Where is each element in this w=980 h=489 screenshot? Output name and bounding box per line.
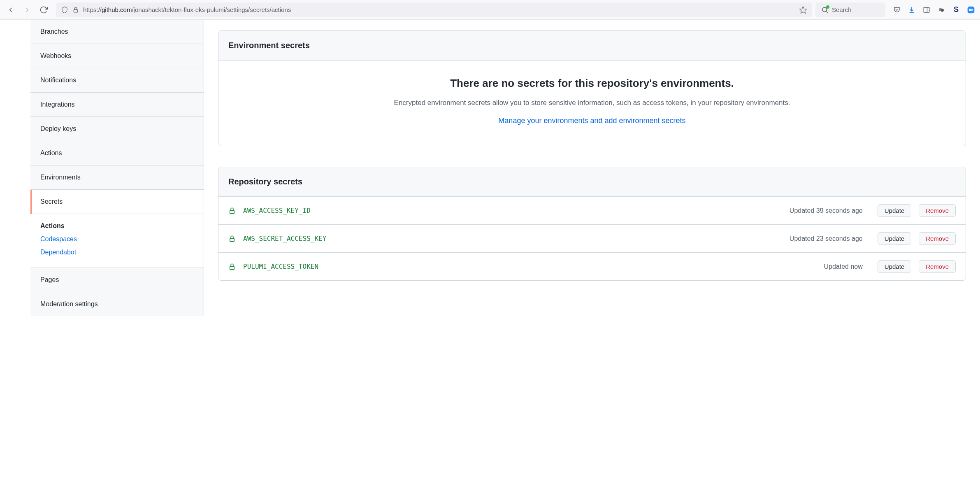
toolbar-icons: S <box>893 6 975 14</box>
extension-icon-1[interactable] <box>937 6 945 14</box>
env-secrets-description: Encrypted environment secrets allow you … <box>235 97 949 108</box>
secret-name[interactable]: PULUMI_ACCESS_TOKEN <box>243 263 816 270</box>
svg-rect-13 <box>230 238 235 242</box>
sidebar-item-secrets[interactable]: Secrets <box>30 190 204 214</box>
environment-secrets-panel: Environment secrets There are no secrets… <box>218 30 966 146</box>
subsection-title-actions[interactable]: Actions <box>40 222 194 230</box>
url-text: https://github.com/jonashackt/tekton-flu… <box>83 6 795 13</box>
extension-icon-s[interactable]: S <box>952 6 960 14</box>
sidebar-item-pages[interactable]: Pages <box>30 268 204 292</box>
reload-button[interactable] <box>38 4 49 16</box>
download-icon[interactable] <box>908 6 916 14</box>
secrets-subsection: Actions Codespaces Dependabot <box>30 214 204 268</box>
pocket-icon[interactable] <box>893 6 901 14</box>
svg-line-3 <box>826 11 827 12</box>
svg-marker-1 <box>800 6 807 13</box>
secret-name[interactable]: AWS_ACCESS_KEY_ID <box>243 207 782 214</box>
main-content: Environment secrets There are no secrets… <box>204 20 980 316</box>
env-secrets-empty-title: There are no secrets for this repository… <box>235 77 949 90</box>
update-button[interactable]: Update <box>878 232 911 245</box>
manage-environments-link[interactable]: Manage your environments and add environ… <box>235 116 949 125</box>
lock-icon <box>228 235 236 242</box>
sidebar-item-environments[interactable]: Environments <box>30 165 204 190</box>
sidebar-item-webhooks[interactable]: Webhooks <box>30 44 204 68</box>
svg-rect-10 <box>969 9 972 11</box>
svg-rect-0 <box>74 9 77 12</box>
nav-buttons <box>5 4 49 16</box>
update-button[interactable]: Update <box>878 204 911 217</box>
remove-button[interactable]: Remove <box>919 260 956 273</box>
sidebar-item-actions[interactable]: Actions <box>30 141 204 165</box>
svg-rect-12 <box>230 210 235 214</box>
sidebar-item-branches[interactable]: Branches <box>30 20 204 44</box>
sidebar-item-notifications[interactable]: Notifications <box>30 68 204 93</box>
shield-icon <box>61 6 68 14</box>
subsection-link-codespaces[interactable]: Codespaces <box>40 235 194 243</box>
secret-updated: Updated 39 seconds ago <box>790 207 863 214</box>
repo-secrets-header: Repository secrets <box>218 167 966 197</box>
search-icon <box>821 6 829 14</box>
sidebar-item-deploy-keys[interactable]: Deploy keys <box>30 117 204 141</box>
secret-name[interactable]: AWS_SECRET_ACCESS_KEY <box>243 235 782 242</box>
env-secrets-body: There are no secrets for this repository… <box>218 61 966 146</box>
extension-icon-zoom[interactable] <box>967 6 975 14</box>
svg-rect-14 <box>230 266 235 270</box>
repository-secrets-panel: Repository secrets AWS_ACCESS_KEY_ID Upd… <box>218 167 966 281</box>
library-icon[interactable] <box>922 6 931 14</box>
browser-chrome: https://github.com/jonashackt/tekton-flu… <box>0 0 980 20</box>
secret-row: PULUMI_ACCESS_TOKEN Updated now Update R… <box>218 253 966 280</box>
lock-icon <box>228 207 236 214</box>
remove-button[interactable]: Remove <box>919 232 956 245</box>
page-content: Branches Webhooks Notifications Integrat… <box>0 20 980 316</box>
remove-button[interactable]: Remove <box>919 204 956 217</box>
svg-rect-5 <box>924 7 929 12</box>
lock-icon <box>228 263 236 270</box>
secret-row: AWS_SECRET_ACCESS_KEY Updated 23 seconds… <box>218 225 966 253</box>
sidebar-item-integrations[interactable]: Integrations <box>30 93 204 117</box>
search-box[interactable]: Search <box>815 2 885 17</box>
subsection-link-dependabot[interactable]: Dependabot <box>40 249 194 256</box>
secret-updated: Updated now <box>824 263 862 270</box>
svg-point-8 <box>941 9 944 12</box>
forward-button[interactable] <box>21 4 33 16</box>
sidebar-item-moderation[interactable]: Moderation settings <box>30 292 204 316</box>
update-button[interactable]: Update <box>878 260 911 273</box>
settings-sidebar: Branches Webhooks Notifications Integrat… <box>30 20 204 316</box>
secret-updated: Updated 23 seconds ago <box>790 235 863 242</box>
lock-icon <box>72 7 79 13</box>
secret-row: AWS_ACCESS_KEY_ID Updated 39 seconds ago… <box>218 197 966 225</box>
star-icon[interactable] <box>799 6 807 14</box>
search-placeholder: Search <box>832 6 852 13</box>
env-secrets-header: Environment secrets <box>218 31 966 61</box>
back-button[interactable] <box>5 4 16 16</box>
url-bar[interactable]: https://github.com/jonashackt/tekton-flu… <box>56 2 812 17</box>
